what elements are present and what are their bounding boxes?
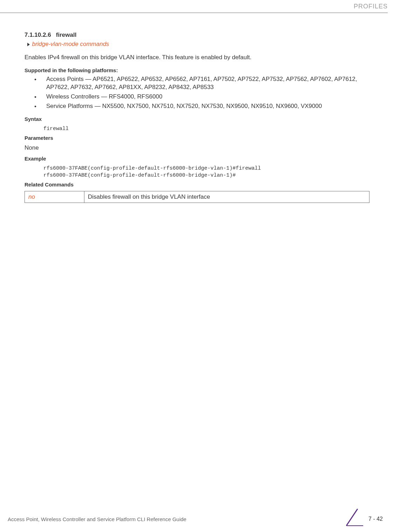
footer-guide-title: Access Point, Wireless Controller and Se… bbox=[8, 516, 186, 522]
list-item-text: Wireless Controllers — RFS4000, RFS6000 bbox=[46, 93, 163, 101]
related-cmd-cell: no bbox=[25, 191, 84, 203]
header-category: PROFILES bbox=[354, 3, 388, 10]
page-slash-graphic bbox=[342, 508, 370, 526]
bullet-icon: • bbox=[25, 102, 46, 110]
list-item: • Service Platforms — NX5500, NX7500, NX… bbox=[25, 102, 369, 110]
list-item: • Access Points — AP6521, AP6522, AP6532… bbox=[25, 75, 369, 91]
related-desc-text: Disables firewall on this bridge VLAN in… bbox=[88, 193, 210, 200]
related-heading: Related Commands bbox=[25, 182, 369, 187]
section-number: 7.1.10.2.6 bbox=[25, 32, 51, 38]
syntax-code: firewall bbox=[43, 125, 369, 132]
content-area: 7.1.10.2.6 firewall bridge-vlan-mode com… bbox=[25, 32, 369, 203]
syntax-heading: Syntax bbox=[25, 116, 369, 122]
page-footer: Access Point, Wireless Controller and Se… bbox=[8, 510, 386, 525]
table-row: no Disables firewall on this bridge VLAN… bbox=[25, 191, 369, 203]
arrow-right-icon bbox=[27, 43, 30, 46]
example-code: rfs6000-37FABE(config-profile-default-rf… bbox=[43, 165, 369, 179]
supported-list: • Access Points — AP6521, AP6522, AP6532… bbox=[25, 75, 369, 110]
bullet-icon: • bbox=[25, 75, 46, 83]
page-header: PROFILES bbox=[354, 0, 394, 12]
header-rule bbox=[0, 13, 388, 13]
related-desc-cell: Disables firewall on this bridge VLAN in… bbox=[84, 191, 369, 203]
section-title: firewall bbox=[56, 32, 77, 38]
page-number: 7 - 42 bbox=[368, 516, 383, 522]
related-commands-table: no Disables firewall on this bridge VLAN… bbox=[25, 191, 369, 203]
parameters-heading: Parameters bbox=[25, 135, 369, 141]
parameters-value: None bbox=[25, 144, 369, 151]
slash-icon bbox=[342, 508, 370, 526]
related-cmd-link[interactable]: no bbox=[28, 193, 35, 200]
intro-paragraph: Enables IPv4 firewall on this bridge VLA… bbox=[25, 54, 369, 61]
supported-heading: Supported in the following platforms: bbox=[25, 67, 369, 73]
list-item-text: Service Platforms — NX5500, NX7500, NX75… bbox=[46, 102, 322, 110]
breadcrumb: bridge-vlan-mode commands bbox=[27, 41, 369, 48]
example-heading: Example bbox=[25, 156, 369, 162]
list-item: • Wireless Controllers — RFS4000, RFS600… bbox=[25, 93, 369, 101]
bullet-icon: • bbox=[25, 93, 46, 101]
list-item-text: Access Points — AP6521, AP6522, AP6532, … bbox=[46, 75, 369, 91]
svg-line-0 bbox=[346, 509, 358, 526]
breadcrumb-link[interactable]: bridge-vlan-mode commands bbox=[32, 41, 109, 47]
section-heading: 7.1.10.2.6 firewall bbox=[25, 32, 369, 39]
